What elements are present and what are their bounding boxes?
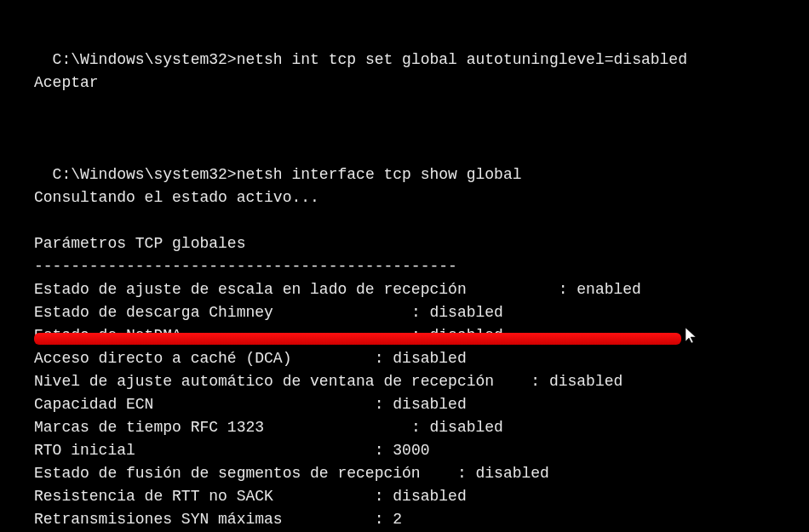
param-separator: : (375, 347, 393, 370)
param-row: Capacidad ECN : disabled (34, 393, 775, 416)
prompt-1: C:\Windows\system32> (53, 51, 237, 68)
param-separator: : (559, 278, 577, 301)
param-value: disabled (393, 347, 466, 370)
param-label: Estado de fusión de segmentos de recepci… (34, 462, 457, 485)
param-label: Estado de descarga Chimney (34, 301, 411, 324)
command-line-1: C:\Windows\system32>netsh int tcp set gl… (34, 26, 775, 72)
response-1: Aceptar (34, 72, 775, 94)
param-label: Estado de ajuste de escala en lado de re… (34, 278, 559, 301)
param-label: Capacidad ECN (34, 393, 375, 416)
param-separator: : (375, 439, 393, 462)
prompt-2: C:\Windows\system32> (53, 166, 237, 183)
cursor-icon (686, 328, 699, 352)
command-1: netsh int tcp set global autotuninglevel… (237, 51, 687, 68)
param-row: Nivel de ajuste automático de ventana de… (34, 370, 775, 393)
param-row: Acceso directo a caché (DCA) : disabled (34, 347, 775, 370)
param-value: enabled (577, 278, 641, 301)
param-row: RTO inicial : 3000 (34, 439, 775, 462)
param-separator: : (411, 301, 430, 324)
param-label: Marcas de tiempo RFC 1323 (34, 416, 411, 439)
param-label: Retransmisiones SYN máximas (34, 508, 375, 531)
param-separator: : (411, 416, 430, 439)
param-separator: : (375, 485, 393, 508)
param-value: disabled (549, 370, 623, 393)
blank-2 (34, 117, 775, 140)
params-heading: Parámetros TCP globales (34, 232, 775, 255)
param-value: 2 (393, 508, 402, 531)
param-value: 3000 (393, 439, 429, 462)
param-label: Resistencia de RTT no SACK (34, 485, 375, 508)
param-value: disabled (429, 416, 502, 439)
param-row: Estado de fusión de segmentos de recepci… (34, 462, 775, 485)
blank-3 (34, 209, 775, 232)
param-separator: : (457, 462, 476, 485)
divider: ----------------------------------------… (34, 255, 775, 278)
param-row: Estado de descarga Chimney : disabled (34, 301, 775, 324)
highlight-annotation (34, 333, 681, 345)
param-label: Nivel de ajuste automático de ventana de… (34, 370, 531, 393)
param-label: Acceso directo a caché (DCA) (34, 347, 375, 370)
param-value: disabled (429, 301, 502, 324)
response-2: Consultando el estado activo... (34, 186, 775, 209)
command-2: netsh interface tcp show global (237, 166, 522, 183)
command-line-2: C:\Windows\system32>netsh interface tcp … (34, 140, 775, 186)
params-list: Estado de ajuste de escala en lado de re… (34, 278, 775, 532)
param-value: disabled (476, 462, 549, 485)
param-row: Estado de ajuste de escala en lado de re… (34, 278, 775, 301)
param-separator: : (531, 370, 549, 393)
blank-1 (34, 94, 775, 117)
param-row: Marcas de tiempo RFC 1323 : disabled (34, 416, 775, 439)
param-value: disabled (393, 393, 466, 416)
param-row: Resistencia de RTT no SACK : disabled (34, 485, 775, 508)
param-separator: : (375, 508, 393, 531)
param-row: Retransmisiones SYN máximas : 2 (34, 508, 775, 531)
param-label: RTO inicial (34, 439, 375, 462)
param-separator: : (375, 393, 393, 416)
param-value: disabled (393, 485, 466, 508)
